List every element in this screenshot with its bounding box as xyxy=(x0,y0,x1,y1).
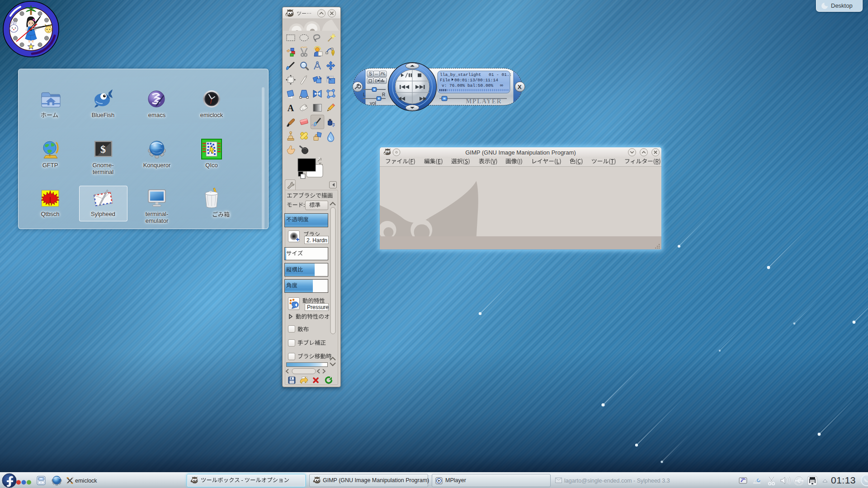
svg-text:PL: PL xyxy=(381,71,386,76)
svg-text:00:01:13/00:11:14: 00:01:13/00:11:14 xyxy=(454,78,498,83)
svg-text:D: D xyxy=(375,79,378,83)
svg-text:L: L xyxy=(363,92,366,97)
svg-text:01 - 01.:: 01 - 01.: xyxy=(489,72,512,77)
svg-text:...: ... xyxy=(375,71,378,75)
svg-text:MPLAYER: MPLAYER xyxy=(466,98,502,105)
svg-text:lla_by_starlight: lla_by_starlight xyxy=(440,72,481,77)
svg-text:vol: vol xyxy=(370,100,376,106)
svg-text:R: R xyxy=(382,92,385,97)
svg-text:v: 76.00% bal:50.00%: v: 76.00% bal:50.00% xyxy=(442,83,493,88)
svg-text:File: File xyxy=(440,78,450,83)
svg-text:S: S xyxy=(369,71,372,76)
svg-text:∞: ∞ xyxy=(500,83,503,88)
svg-text:$: $ xyxy=(100,143,106,155)
svg-text:X: X xyxy=(518,84,522,90)
svg-text:A: A xyxy=(288,103,294,113)
